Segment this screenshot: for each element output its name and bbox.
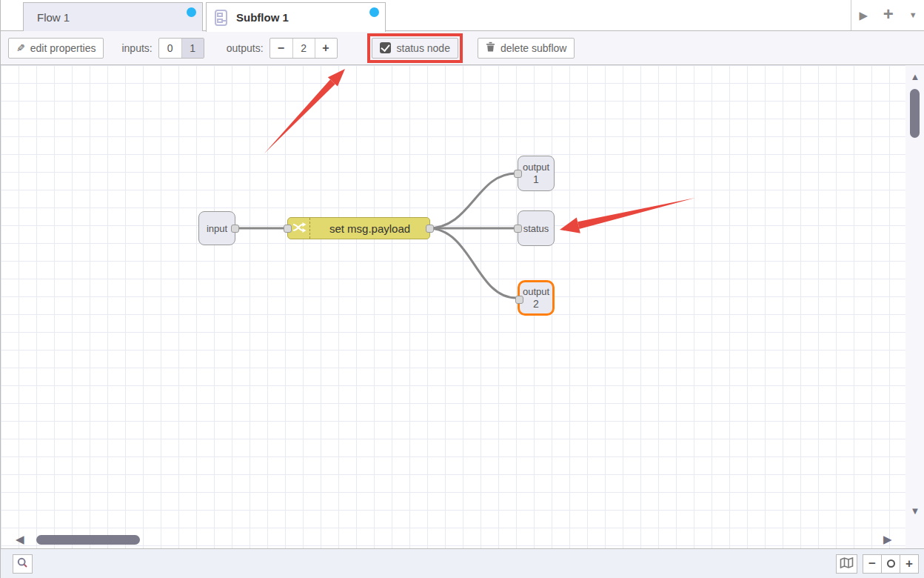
unsaved-changes-dot [369,7,379,17]
flow-canvas[interactable]: input set msg.payload output 1 [1,65,905,548]
navigator-map-button[interactable] [836,554,857,574]
search-icon [17,557,28,571]
output-port[interactable] [231,225,239,233]
tab-subflow1[interactable]: Subflow 1 [206,2,386,32]
status-node-wrapper: status node [372,38,458,59]
outputs-value: 2 [292,39,315,58]
node-subflow-output-2-selected[interactable]: output 2 [518,280,555,316]
vertical-scrollbar: ▲ ▼ [905,65,924,548]
output2-label: output [523,286,549,298]
wire-change-to-output1[interactable] [428,173,516,228]
add-flow-button[interactable]: + [883,5,894,23]
input-port[interactable] [514,170,522,178]
node-change-set-msg-payload[interactable]: set msg.payload [287,217,430,239]
footer-bar: − + [1,548,924,578]
tab-bar-actions: ▶ + ▼ [851,0,924,30]
zoom-out-button[interactable]: − [863,554,882,574]
annotation-arrow-to-status-node [560,198,695,233]
input-port[interactable] [515,296,523,304]
output1-label: output [523,162,549,173]
output2-number: 2 [533,298,539,310]
edit-properties-button[interactable]: ✎ edit properties [8,38,104,59]
outputs-label: outputs: [227,42,264,54]
unsaved-changes-dot [187,7,196,17]
inputs-toggle-group: 0 1 [158,38,204,59]
annotation-arrow-to-status-checkbox [264,69,345,153]
vscroll-up-arrow-icon[interactable]: ▲ [905,71,924,82]
tab-subflow1-label: Subflow 1 [236,11,289,24]
vscroll-thumb[interactable] [910,89,920,138]
tab-flow1-label: Flow 1 [37,11,70,24]
zoom-reset-button[interactable] [881,554,900,574]
zoom-controls: − + [863,554,919,574]
node-subflow-input[interactable]: input [198,211,235,245]
zoom-reset-circle-icon [887,559,895,568]
inputs-option-0[interactable]: 0 [159,39,181,58]
status-node-toggle-button[interactable]: status node [372,38,458,59]
footer-view-controls: − + [836,554,919,574]
zoom-in-button[interactable]: + [900,554,919,574]
hscroll-thumb[interactable] [36,535,140,545]
node-red-editor: Flow 1 Subflow 1 ▶ + ▼ ✎ edit prop [0,0,924,578]
delete-subflow-button[interactable]: delete subflow [478,38,575,59]
vscroll-down-arrow-icon[interactable]: ▼ [905,505,924,516]
output1-number: 1 [533,173,539,185]
outputs-stepper: − 2 + [270,38,338,59]
input-port[interactable] [514,225,522,233]
wire-change-to-output2[interactable] [428,228,516,298]
tab-flow1[interactable]: Flow 1 [23,2,203,31]
status-node-label: status node [397,42,450,54]
inputs-label: inputs: [121,42,152,54]
trash-icon [486,41,495,54]
node-subflow-output-1[interactable]: output 1 [518,156,555,191]
search-button[interactable] [13,554,33,574]
delete-subflow-label: delete subflow [500,42,567,54]
subflow-toolbar: ✎ edit properties inputs: 0 1 outputs: −… [1,31,924,65]
shuffle-icon [292,220,307,237]
status-node-label: status [523,223,549,234]
inputs-option-1[interactable]: 1 [181,39,204,58]
scroll-tabs-right-icon[interactable]: ▶ [859,10,868,21]
hscroll-left-arrow-icon[interactable]: ◀ [16,533,24,546]
subflow-icon [214,9,230,27]
hscroll-right-arrow-icon[interactable]: ▶ [883,533,892,546]
output-port[interactable] [426,225,434,233]
outputs-decrement-button[interactable]: − [270,39,292,58]
outputs-increment-button[interactable]: + [315,39,337,58]
plus-icon: + [905,557,913,571]
map-icon [840,557,854,571]
node-input-label: input [207,223,227,234]
checkbox-checked-icon [380,42,391,53]
flow-list-chevron-down-icon[interactable]: ▼ [909,11,917,19]
edit-properties-label: edit properties [30,42,96,54]
tab-bar: Flow 1 Subflow 1 ▶ + ▼ [1,0,924,31]
change-node-label: set msg.payload [310,222,429,235]
node-subflow-status[interactable]: status [518,210,555,246]
minus-icon: − [868,557,876,571]
pencil-icon: ✎ [16,42,25,54]
wire-and-annotation-layer [1,65,905,548]
input-port[interactable] [284,225,292,233]
